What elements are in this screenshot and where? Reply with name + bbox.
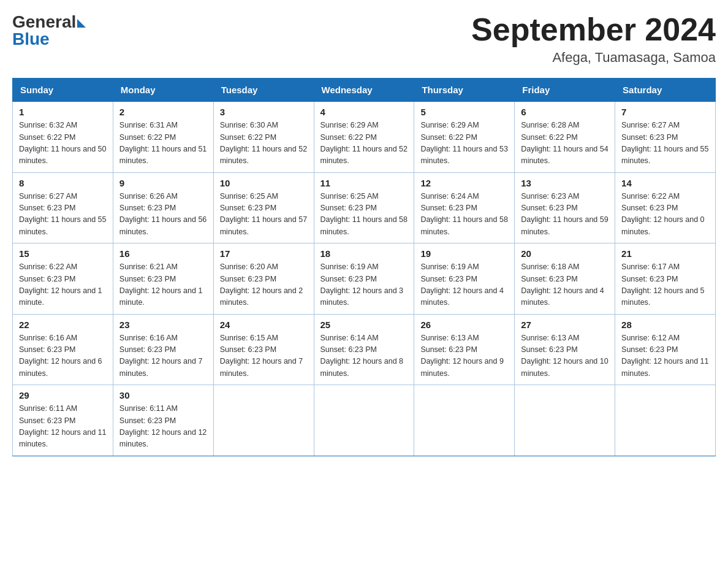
calendar-cell: 18 Sunrise: 6:19 AM Sunset: 6:23 PM Dayl… bbox=[314, 243, 414, 315]
header-row: SundayMondayTuesdayWednesdayThursdayFrid… bbox=[13, 79, 716, 102]
week-row-2: 8 Sunrise: 6:27 AM Sunset: 6:23 PM Dayli… bbox=[13, 172, 716, 243]
calendar-cell: 13 Sunrise: 6:23 AM Sunset: 6:23 PM Dayl… bbox=[515, 172, 615, 243]
day-info: Sunrise: 6:16 AM Sunset: 6:23 PM Dayligh… bbox=[19, 332, 107, 380]
day-info: Sunrise: 6:13 AM Sunset: 6:23 PM Dayligh… bbox=[521, 332, 609, 380]
header-friday: Friday bbox=[515, 79, 615, 102]
day-info: Sunrise: 6:20 AM Sunset: 6:23 PM Dayligh… bbox=[220, 261, 308, 309]
day-info: Sunrise: 6:22 AM Sunset: 6:23 PM Dayligh… bbox=[19, 261, 107, 309]
calendar-cell: 5 Sunrise: 6:29 AM Sunset: 6:22 PM Dayli… bbox=[414, 102, 515, 173]
day-info: Sunrise: 6:30 AM Sunset: 6:22 PM Dayligh… bbox=[220, 120, 308, 167]
logo-arrow-icon bbox=[77, 19, 86, 28]
calendar-cell: 23 Sunrise: 6:16 AM Sunset: 6:23 PM Dayl… bbox=[113, 314, 213, 385]
calendar-cell: 10 Sunrise: 6:25 AM Sunset: 6:23 PM Dayl… bbox=[213, 172, 314, 243]
day-number: 21 bbox=[621, 248, 709, 259]
day-number: 14 bbox=[621, 178, 709, 188]
day-number: 17 bbox=[220, 248, 308, 259]
calendar-cell: 8 Sunrise: 6:27 AM Sunset: 6:23 PM Dayli… bbox=[13, 172, 113, 243]
calendar-cell: 20 Sunrise: 6:18 AM Sunset: 6:23 PM Dayl… bbox=[515, 243, 615, 315]
calendar-cell: 6 Sunrise: 6:28 AM Sunset: 6:22 PM Dayli… bbox=[515, 102, 615, 173]
calendar-cell bbox=[213, 385, 314, 456]
day-number: 3 bbox=[220, 107, 308, 117]
day-number: 7 bbox=[621, 107, 709, 117]
day-number: 2 bbox=[119, 107, 207, 117]
location-title: Afega, Tuamasaga, Samoa bbox=[471, 50, 716, 66]
calendar-cell: 24 Sunrise: 6:15 AM Sunset: 6:23 PM Dayl… bbox=[213, 314, 314, 385]
day-info: Sunrise: 6:24 AM Sunset: 6:23 PM Dayligh… bbox=[420, 191, 508, 239]
day-number: 27 bbox=[521, 320, 609, 330]
header-monday: Monday bbox=[113, 79, 213, 102]
day-info: Sunrise: 6:32 AM Sunset: 6:22 PM Dayligh… bbox=[19, 120, 107, 167]
day-info: Sunrise: 6:16 AM Sunset: 6:23 PM Dayligh… bbox=[119, 332, 207, 380]
header-wednesday: Wednesday bbox=[314, 79, 414, 102]
day-info: Sunrise: 6:15 AM Sunset: 6:23 PM Dayligh… bbox=[220, 332, 308, 380]
day-info: Sunrise: 6:27 AM Sunset: 6:23 PM Dayligh… bbox=[621, 120, 709, 167]
calendar-cell: 9 Sunrise: 6:26 AM Sunset: 6:23 PM Dayli… bbox=[113, 172, 213, 243]
calendar-cell: 26 Sunrise: 6:13 AM Sunset: 6:23 PM Dayl… bbox=[414, 314, 515, 385]
day-info: Sunrise: 6:21 AM Sunset: 6:23 PM Dayligh… bbox=[119, 261, 207, 309]
day-number: 4 bbox=[320, 107, 408, 117]
calendar-cell: 1 Sunrise: 6:32 AM Sunset: 6:22 PM Dayli… bbox=[13, 102, 113, 173]
calendar-cell: 29 Sunrise: 6:11 AM Sunset: 6:23 PM Dayl… bbox=[13, 385, 113, 456]
calendar-cell: 17 Sunrise: 6:20 AM Sunset: 6:23 PM Dayl… bbox=[213, 243, 314, 315]
calendar-cell bbox=[615, 385, 716, 456]
day-number: 8 bbox=[19, 178, 107, 188]
day-number: 23 bbox=[119, 320, 207, 330]
week-row-3: 15 Sunrise: 6:22 AM Sunset: 6:23 PM Dayl… bbox=[13, 243, 716, 315]
day-info: Sunrise: 6:13 AM Sunset: 6:23 PM Dayligh… bbox=[420, 332, 508, 380]
week-row-4: 22 Sunrise: 6:16 AM Sunset: 6:23 PM Dayl… bbox=[13, 314, 716, 385]
calendar-cell: 27 Sunrise: 6:13 AM Sunset: 6:23 PM Dayl… bbox=[515, 314, 615, 385]
calendar-cell: 4 Sunrise: 6:29 AM Sunset: 6:22 PM Dayli… bbox=[314, 102, 414, 173]
day-info: Sunrise: 6:17 AM Sunset: 6:23 PM Dayligh… bbox=[621, 261, 709, 309]
day-number: 28 bbox=[621, 320, 709, 330]
day-number: 5 bbox=[420, 107, 508, 117]
day-number: 16 bbox=[119, 248, 207, 259]
day-number: 25 bbox=[320, 320, 408, 330]
day-info: Sunrise: 6:29 AM Sunset: 6:22 PM Dayligh… bbox=[420, 120, 508, 167]
calendar-cell: 3 Sunrise: 6:30 AM Sunset: 6:22 PM Dayli… bbox=[213, 102, 314, 173]
calendar-cell: 25 Sunrise: 6:14 AM Sunset: 6:23 PM Dayl… bbox=[314, 314, 414, 385]
header-tuesday: Tuesday bbox=[213, 79, 314, 102]
logo: General Blue bbox=[12, 12, 86, 49]
calendar-cell: 22 Sunrise: 6:16 AM Sunset: 6:23 PM Dayl… bbox=[13, 314, 113, 385]
day-info: Sunrise: 6:11 AM Sunset: 6:23 PM Dayligh… bbox=[119, 403, 207, 451]
page-header: General Blue September 2024 Afega, Tuama… bbox=[12, 12, 716, 66]
logo-blue-text: Blue bbox=[12, 29, 50, 49]
day-info: Sunrise: 6:27 AM Sunset: 6:23 PM Dayligh… bbox=[19, 191, 107, 239]
calendar-cell: 7 Sunrise: 6:27 AM Sunset: 6:23 PM Dayli… bbox=[615, 102, 716, 173]
day-info: Sunrise: 6:25 AM Sunset: 6:23 PM Dayligh… bbox=[220, 191, 308, 239]
day-info: Sunrise: 6:12 AM Sunset: 6:23 PM Dayligh… bbox=[621, 332, 709, 380]
calendar-cell: 15 Sunrise: 6:22 AM Sunset: 6:23 PM Dayl… bbox=[13, 243, 113, 315]
day-number: 29 bbox=[19, 390, 107, 400]
day-number: 13 bbox=[521, 178, 609, 188]
week-row-1: 1 Sunrise: 6:32 AM Sunset: 6:22 PM Dayli… bbox=[13, 102, 716, 173]
day-number: 22 bbox=[19, 320, 107, 330]
calendar-cell: 21 Sunrise: 6:17 AM Sunset: 6:23 PM Dayl… bbox=[615, 243, 716, 315]
calendar-cell: 16 Sunrise: 6:21 AM Sunset: 6:23 PM Dayl… bbox=[113, 243, 213, 315]
day-number: 24 bbox=[220, 320, 308, 330]
day-info: Sunrise: 6:23 AM Sunset: 6:23 PM Dayligh… bbox=[521, 191, 609, 239]
header-sunday: Sunday bbox=[13, 79, 113, 102]
calendar-cell: 2 Sunrise: 6:31 AM Sunset: 6:22 PM Dayli… bbox=[113, 102, 213, 173]
day-info: Sunrise: 6:26 AM Sunset: 6:23 PM Dayligh… bbox=[119, 191, 207, 239]
day-info: Sunrise: 6:18 AM Sunset: 6:23 PM Dayligh… bbox=[521, 261, 609, 309]
day-info: Sunrise: 6:29 AM Sunset: 6:22 PM Dayligh… bbox=[320, 120, 408, 167]
month-title: September 2024 bbox=[471, 12, 716, 47]
calendar-cell bbox=[414, 385, 515, 456]
day-info: Sunrise: 6:11 AM Sunset: 6:23 PM Dayligh… bbox=[19, 403, 107, 451]
calendar-cell bbox=[515, 385, 615, 456]
day-number: 11 bbox=[320, 178, 408, 188]
day-number: 30 bbox=[119, 390, 207, 400]
day-info: Sunrise: 6:28 AM Sunset: 6:22 PM Dayligh… bbox=[521, 120, 609, 167]
day-info: Sunrise: 6:14 AM Sunset: 6:23 PM Dayligh… bbox=[320, 332, 408, 380]
calendar-table: SundayMondayTuesdayWednesdayThursdayFrid… bbox=[12, 78, 716, 456]
day-number: 20 bbox=[521, 248, 609, 259]
day-info: Sunrise: 6:25 AM Sunset: 6:23 PM Dayligh… bbox=[320, 191, 408, 239]
header-thursday: Thursday bbox=[414, 79, 515, 102]
day-number: 12 bbox=[420, 178, 508, 188]
calendar-cell: 14 Sunrise: 6:22 AM Sunset: 6:23 PM Dayl… bbox=[615, 172, 716, 243]
day-info: Sunrise: 6:31 AM Sunset: 6:22 PM Dayligh… bbox=[119, 120, 207, 167]
day-number: 9 bbox=[119, 178, 207, 188]
day-info: Sunrise: 6:22 AM Sunset: 6:23 PM Dayligh… bbox=[621, 191, 709, 239]
day-number: 6 bbox=[521, 107, 609, 117]
calendar-cell: 11 Sunrise: 6:25 AM Sunset: 6:23 PM Dayl… bbox=[314, 172, 414, 243]
